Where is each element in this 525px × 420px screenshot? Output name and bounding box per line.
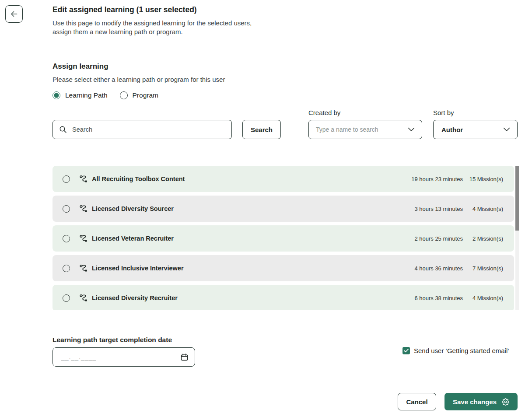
arrow-left-icon xyxy=(9,9,19,19)
getting-started-label: Send user ‘Getting started email’ xyxy=(414,347,509,354)
created-by-placeholder: Type a name to search xyxy=(309,126,378,133)
list-scrollbar-thumb[interactable] xyxy=(515,166,519,231)
route-path-icon xyxy=(79,294,88,303)
radio-icon[interactable] xyxy=(120,91,128,99)
route-path-icon xyxy=(79,234,88,243)
list-scrollbar-track[interactable] xyxy=(515,166,519,310)
learning-path-missions: 7 Mission(s) xyxy=(463,265,503,272)
radio-option-label: Learning Path xyxy=(65,91,108,99)
chevron-down-icon xyxy=(503,126,510,133)
learning-path-list: All Recruiting Toolbox Content 19 hours … xyxy=(52,166,514,310)
learning-path-duration: 6 hours 38 minutes xyxy=(414,295,463,301)
learning-path-title: Licensed Diversity Recruiter xyxy=(92,294,178,301)
sort-by-dropdown[interactable]: Author xyxy=(433,120,518,139)
assign-learning-heading: Assign learning xyxy=(52,62,108,71)
learning-path-missions: 4 Mission(s) xyxy=(463,295,503,301)
search-button[interactable]: Search xyxy=(242,120,281,139)
chevron-down-icon xyxy=(408,126,415,133)
row-radio-icon[interactable] xyxy=(63,265,70,272)
learning-path-row[interactable]: All Recruiting Toolbox Content 19 hours … xyxy=(52,166,514,192)
sort-by-label: Sort by xyxy=(433,109,454,116)
getting-started-email-option[interactable]: Send user ‘Getting started email’ xyxy=(402,347,509,354)
learning-path-duration: 3 hours 13 minutes xyxy=(414,206,463,212)
learning-path-missions: 4 Mission(s) xyxy=(463,206,503,212)
learning-path-missions: 2 Mission(s) xyxy=(463,235,503,242)
created-by-dropdown[interactable]: Type a name to search xyxy=(308,120,422,139)
route-path-icon xyxy=(79,175,88,184)
row-radio-icon[interactable] xyxy=(63,294,70,302)
learning-path-title: All Recruiting Toolbox Content xyxy=(92,175,185,182)
route-path-icon xyxy=(79,204,88,214)
completion-date-label: Learning path target completion date xyxy=(52,336,172,344)
route-path-icon xyxy=(79,264,88,273)
row-radio-icon[interactable] xyxy=(63,175,70,183)
completion-date-wrapper xyxy=(52,347,195,367)
gear-icon xyxy=(502,398,509,406)
completion-date-input[interactable] xyxy=(52,347,195,367)
sort-by-value: Author xyxy=(434,126,463,133)
learning-path-row[interactable]: Licensed Inclusive Interviewer 4 hours 3… xyxy=(52,255,514,281)
learning-path-missions: 15 Mission(s) xyxy=(463,176,503,182)
radio-option-label: Program xyxy=(133,91,158,99)
learning-path-duration: 4 hours 36 minutes xyxy=(414,265,463,272)
page-title: Edit assigned learning (1 user selected) xyxy=(52,5,197,14)
learning-path-row[interactable]: Licensed Veteran Recruiter 2 hours 25 mi… xyxy=(52,225,514,252)
learning-path-title: Licensed Diversity Sourcer xyxy=(92,205,174,212)
assign-type-option[interactable]: Program xyxy=(120,91,158,99)
save-changes-label: Save changes xyxy=(453,398,497,406)
learning-path-title: Licensed Inclusive Interviewer xyxy=(92,265,184,272)
learning-path-row[interactable]: Licensed Diversity Sourcer 3 hours 13 mi… xyxy=(52,196,514,222)
learning-path-duration: 2 hours 25 minutes xyxy=(414,235,463,242)
search-field-wrapper xyxy=(52,120,232,139)
assign-learning-subtitle: Please select either a learning path or … xyxy=(52,76,225,83)
learning-path-duration: 19 hours 23 minutes xyxy=(411,176,463,182)
getting-started-checkbox[interactable] xyxy=(402,347,410,354)
save-changes-button[interactable]: Save changes xyxy=(444,393,518,410)
row-radio-icon[interactable] xyxy=(63,205,70,213)
check-icon xyxy=(404,349,409,353)
back-button[interactable] xyxy=(5,5,23,23)
learning-path-row[interactable]: Licensed Diversity Recruiter 6 hours 38 … xyxy=(52,285,514,310)
radio-icon[interactable] xyxy=(52,91,60,99)
row-radio-icon[interactable] xyxy=(63,235,70,242)
page-description: Use this page to modify the assigned lea… xyxy=(52,19,271,36)
assign-type-radio-group: Learning Path Program xyxy=(52,91,158,99)
created-by-label: Created by xyxy=(308,109,340,116)
edit-assigned-learning-page: Edit assigned learning (1 user selected)… xyxy=(0,0,525,420)
assign-type-option[interactable]: Learning Path xyxy=(52,91,108,99)
search-input[interactable] xyxy=(52,120,232,139)
cancel-button[interactable]: Cancel xyxy=(398,393,436,410)
learning-path-title: Licensed Veteran Recruiter xyxy=(92,235,174,242)
